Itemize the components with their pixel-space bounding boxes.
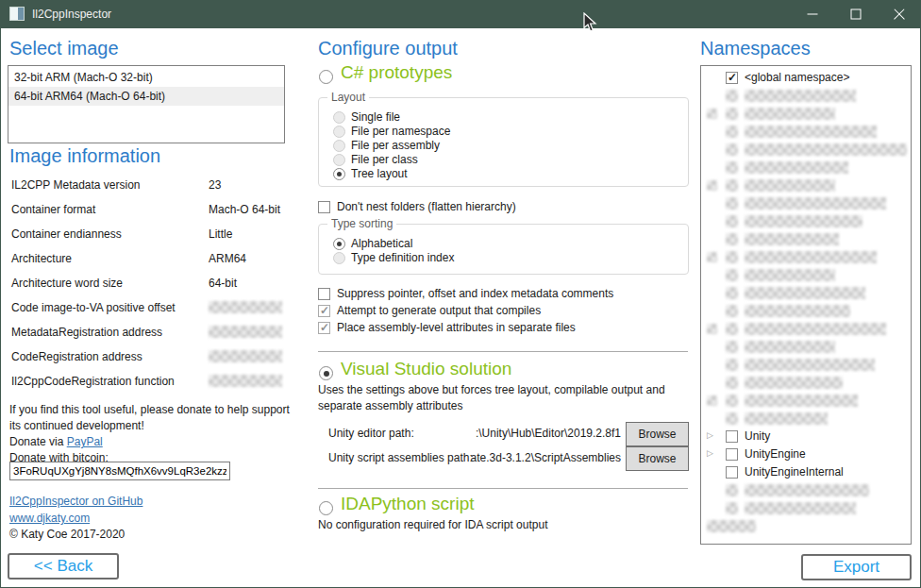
layout-option-label: Tree layout: [351, 167, 408, 180]
bitcoin-address-input[interactable]: [9, 462, 230, 480]
info-label: Il2CppCodeRegistration function: [11, 375, 175, 388]
output-checkbox[interactable]: [318, 305, 330, 317]
output-checkbox[interactable]: [318, 288, 330, 300]
minimize-icon: [808, 14, 818, 15]
redacted-checkbox: [726, 90, 738, 102]
redacted-checkbox: [726, 341, 738, 353]
namespaces-heading: Namespaces: [700, 38, 811, 59]
expand-arrow-icon[interactable]: ▷: [707, 429, 713, 442]
namespace-label: UnityEngineInternal: [745, 465, 844, 479]
redacted-checkbox: [726, 251, 738, 263]
image-info-heading: Image information: [9, 145, 160, 167]
mouse-cursor: [583, 12, 597, 33]
type-sorting-option-radio[interactable]: [333, 252, 345, 264]
csharp-prototypes-title[interactable]: C# prototypes: [341, 62, 452, 83]
visual-studio-title[interactable]: Visual Studio solution: [341, 359, 511, 379]
expand-arrow-icon[interactable]: ▷: [707, 447, 713, 460]
info-value: ARM64: [209, 252, 246, 265]
unity-assemblies-browse-button[interactable]: Browse: [626, 446, 689, 471]
info-label: Container endianness: [11, 227, 122, 241]
csharp-prototypes-radio[interactable]: [319, 70, 333, 84]
back-button[interactable]: << Back: [8, 553, 119, 580]
redacted-checkbox: [726, 215, 738, 227]
redacted-namespace: [745, 359, 875, 371]
redacted-namespace: [745, 395, 858, 407]
minimize-button[interactable]: [791, 0, 834, 28]
redacted-checkbox: [726, 359, 738, 371]
visual-studio-description: Uses the settings above but forces tree …: [318, 382, 692, 414]
redacted-checkbox: [726, 179, 738, 192]
type-sorting-option-radio[interactable]: [333, 238, 345, 250]
output-checkbox-label: Suppress pointer, offset and index metad…: [337, 287, 613, 300]
maximize-button[interactable]: [834, 0, 878, 28]
redacted-namespace: [745, 161, 848, 174]
idapython-description: No configuration required for IDA script…: [318, 518, 547, 531]
visual-studio-radio[interactable]: [319, 366, 333, 380]
redacted-checkbox: [726, 269, 738, 281]
image-list-item[interactable]: 64-bit ARM64 (Mach-O 64-bit): [8, 87, 284, 106]
redacted-expand-arrow: [707, 324, 717, 334]
layout-option-label: File per class: [351, 153, 418, 166]
namespace-checkbox[interactable]: [726, 466, 738, 479]
layout-option-radio[interactable]: [333, 168, 345, 180]
redacted-namespace: [745, 412, 828, 425]
redacted-namespace: [745, 233, 839, 245]
copyright-text: © Katy Coe 2017-2020: [9, 528, 125, 541]
image-list-item[interactable]: 32-bit ARM (Mach-O 32-bit): [8, 68, 284, 87]
redacted-checkbox: [726, 161, 738, 174]
redacted-checkbox: [726, 377, 738, 389]
redacted-checkbox: [726, 233, 738, 245]
redacted-namespace: [745, 377, 843, 389]
namespace-label: <global namespace>: [745, 71, 849, 84]
image-listbox[interactable]: 32-bit ARM (Mach-O 32-bit)64-bit ARM64 (…: [8, 65, 285, 143]
website-link[interactable]: www.djkaty.com: [9, 512, 90, 525]
paypal-link[interactable]: PayPal: [67, 435, 103, 448]
redacted-value: [209, 301, 282, 313]
configure-output-heading: Configure output: [318, 38, 458, 59]
redacted-namespace: [745, 197, 886, 210]
select-image-heading: Select image: [9, 38, 119, 59]
info-label: CodeRegistration address: [11, 350, 142, 363]
layout-option-radio[interactable]: [333, 154, 345, 166]
layout-option-radio[interactable]: [333, 111, 345, 124]
idapython-title[interactable]: IDAPython script: [341, 494, 475, 514]
redacted-checkbox: [726, 108, 738, 120]
redacted-checkbox: [726, 412, 738, 425]
output-checkbox[interactable]: [318, 322, 330, 334]
redacted-checkbox: [726, 287, 738, 299]
redacted-namespace: [745, 126, 877, 138]
redacted-checkbox: [726, 395, 738, 407]
namespace-checkbox[interactable]: [726, 430, 738, 443]
info-row: Code image-to-VA positive offset: [0, 298, 293, 323]
redacted-expand-arrow: [707, 252, 717, 262]
info-label: Architecture word size: [11, 277, 123, 290]
layout-option-radio[interactable]: [333, 140, 345, 152]
namespace-checkbox[interactable]: [726, 72, 738, 84]
redacted-expand-arrow: [707, 395, 717, 406]
namespace-checkbox[interactable]: [726, 448, 738, 461]
info-value: Mach-O 64-bit: [209, 203, 280, 216]
donate-paypal-line: Donate via PayPal: [9, 434, 293, 450]
type-sorting-option-label: Type definition index: [351, 251, 454, 264]
layout-group-label: Layout: [327, 91, 369, 104]
export-button[interactable]: Export: [801, 554, 912, 580]
layout-option-label: File per namespace: [351, 125, 450, 138]
namespaces-tree[interactable]: <global namespace>▷Unity▷UnityEngineUnit…: [700, 65, 912, 545]
type-sorting-group-label: Type sorting: [327, 217, 396, 230]
info-row: Il2CppCodeRegistration function: [0, 372, 293, 396]
unity-editor-browse-button[interactable]: Browse: [626, 422, 689, 446]
redacted-checkbox: [726, 143, 738, 156]
layout-option-radio[interactable]: [333, 126, 345, 138]
info-label: Code image-to-VA positive offset: [11, 301, 176, 314]
close-button[interactable]: [878, 0, 921, 28]
idapython-radio[interactable]: [319, 501, 333, 515]
flatten-label: Don't nest folders (flatten hierarchy): [337, 200, 516, 213]
redacted-value: [209, 326, 282, 338]
redacted-namespace: [745, 90, 856, 102]
github-link[interactable]: Il2CppInspector on GitHub: [9, 495, 142, 508]
title-bar[interactable]: Il2CppInspector: [0, 0, 921, 28]
redacted-checkbox: [726, 126, 738, 138]
info-row: Container formatMach-O 64-bit: [0, 200, 293, 225]
flatten-checkbox[interactable]: [318, 201, 330, 213]
info-row: Architecture word size64-bit: [0, 274, 293, 298]
